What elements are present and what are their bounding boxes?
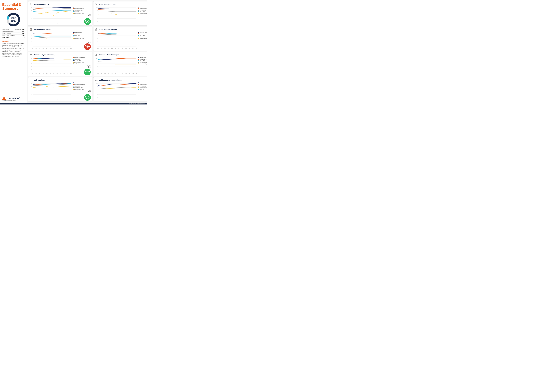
chart-card-daily-backups: Daily Backups 020406080100JanFebMarAprMa…: [28, 77, 92, 102]
svg-text:Sep: Sep: [125, 48, 127, 49]
legend-dot: [73, 35, 74, 36]
svg-text:Mar: Mar: [104, 23, 106, 23]
chart-card-restrict-admin-privileges: Restrict Admin Privileges 020406080100Ja…: [93, 52, 147, 76]
svg-text:Feb: Feb: [35, 23, 37, 23]
score-badge: 94% NC: [84, 69, 91, 75]
chart-card-application-control: Application Control 020406080100JanFebMa…: [28, 1, 92, 26]
svg-text:Dec: Dec: [136, 73, 137, 74]
svg-text:Aug: Aug: [56, 73, 58, 74]
svg-text:Nov: Nov: [132, 73, 134, 74]
legend-dot: [73, 89, 74, 90]
legend-label: Workstations 70%: [140, 9, 147, 11]
score-pct: 95%: [85, 96, 90, 98]
legend-label: Internet Facing 55%: [140, 63, 147, 64]
score-pct: 81%: [85, 20, 90, 22]
score-label: CurrentMonthScore:: [138, 65, 147, 68]
chart-legend: Protected 93% Internal Servers 98% Cloud…: [138, 57, 147, 64]
svg-text:80: 80: [31, 61, 32, 62]
svg-text:20: 20: [97, 18, 97, 19]
score-block: CurrentMonthScore: 81% ▲ 2%: [73, 14, 91, 25]
shield-icon: [30, 3, 33, 6]
svg-text:Jan: Jan: [97, 73, 98, 74]
svg-text:May: May: [111, 73, 113, 74]
svg-text:Jan: Jan: [32, 98, 33, 99]
legend-label: Internal Servers 100%: [74, 84, 85, 85]
sidebar-title: Essential 8 Summary: [2, 3, 24, 11]
legend-dot: [138, 89, 139, 90]
svg-text:Aug: Aug: [56, 98, 58, 99]
legend-label: Protected 99%: [74, 60, 81, 61]
svg-text:Feb: Feb: [35, 73, 37, 74]
legend-label: Protected 95%: [140, 6, 146, 7]
meta-row: Maturity level3: [2, 36, 24, 38]
svg-text:Aug: Aug: [56, 48, 58, 49]
svg-text:May: May: [46, 98, 48, 99]
comments-title: Comments: [2, 41, 24, 42]
legend-dot: [138, 83, 139, 83]
svg-text:100: 100: [31, 33, 32, 33]
svg-text:Oct: Oct: [63, 48, 65, 49]
svg-text:0: 0: [32, 21, 32, 22]
chart-area: 020406080100JanFebMarAprMayJunJulAugSepO…: [95, 6, 137, 25]
legend-dot: [73, 86, 74, 86]
svg-text:Aug: Aug: [56, 23, 58, 23]
svg-text:Jun: Jun: [115, 98, 116, 99]
legend-dot: [73, 8, 74, 9]
legend-item: Protected 99%: [73, 60, 91, 61]
legend-item: Workstations 80%: [138, 62, 147, 63]
svg-text:Feb: Feb: [101, 48, 102, 49]
score-label: CurrentMonthScore:: [73, 14, 91, 18]
card-header: Multi-Factored Authentication: [95, 78, 147, 82]
meta-row: Total monthly incidents325: [2, 35, 24, 36]
chart-legend: Internal Servers 100% Cloud 100% Protect…: [73, 57, 91, 64]
chart-area: 020406080100JanFebMarAprMayJunJulAugSepO…: [95, 57, 137, 75]
huntsman-triangle-icon: [2, 97, 6, 100]
svg-text:Mar: Mar: [39, 73, 41, 74]
svg-text:100: 100: [31, 58, 32, 59]
svg-text:40: 40: [97, 91, 97, 92]
svg-text:Sep: Sep: [125, 73, 127, 74]
svg-point-138: [96, 54, 97, 55]
legend-item: Workstations 95%: [73, 87, 91, 88]
score-badge: 95% ▲ 2%: [84, 94, 91, 101]
legend-item: Internal Servers 98%: [73, 33, 91, 35]
card-title: Operating System Patching: [34, 54, 55, 56]
chart-legend: Protected 100% Internal Servers 100% Clo…: [73, 82, 91, 90]
score-label: CurrentMonthScore:: [138, 39, 147, 43]
chart-area: 020406080100JanFebMarAprMayJunJulAugSepO…: [95, 32, 137, 50]
chart-card-application-patching: Application Patching 020406080100JanFebM…: [93, 1, 147, 26]
legend-item: Internal Servers 100%: [73, 57, 91, 58]
legend-item: Protected 93%: [138, 57, 147, 58]
legend-label: Protected 100%: [140, 32, 147, 33]
svg-text:Sep: Sep: [60, 23, 62, 23]
card-title: Application Control: [34, 3, 49, 5]
chart-area: 020406080100JanFebMarAprMayJunJulAugSepO…: [30, 32, 72, 50]
chart-side: Protected 100% Internal Servers 98% Clou…: [73, 32, 91, 50]
legend-dot: [73, 84, 74, 85]
meta-row: Users monitored3576: [2, 33, 24, 35]
overall-score-donut: OVERALLSCORE 80%: [2, 12, 24, 27]
legend-dot: [73, 36, 74, 37]
svg-text:May: May: [46, 48, 48, 49]
legend-item: Internal Servers 96%: [138, 84, 147, 85]
card-body: 020406080100JanFebMarAprMayJunJulAugSepO…: [95, 57, 147, 75]
svg-text:80: 80: [97, 10, 97, 11]
svg-text:40: 40: [31, 15, 32, 16]
svg-text:20: 20: [97, 44, 97, 44]
svg-text:40: 40: [97, 41, 97, 42]
card-header: Daily Backups: [30, 78, 91, 82]
svg-text:Nov: Nov: [67, 23, 69, 23]
legend-dot: [73, 60, 74, 61]
legend-dot: [138, 11, 139, 12]
svg-text:Oct: Oct: [129, 98, 130, 99]
legend-item: Protected 100%: [138, 82, 147, 84]
legend-item: Internet Facing 50%: [138, 38, 147, 39]
legend-label: Workstations 91%: [140, 36, 147, 38]
legend-label: Protected 100%: [74, 6, 82, 7]
svg-text:Sep: Sep: [125, 23, 127, 23]
legend-label: Cloud 100%: [74, 85, 80, 87]
svg-text:Jan: Jan: [97, 48, 98, 49]
score-change: ▼ 2%: [86, 47, 89, 49]
score-block: CurrentMonthScore: 95% ▲ 2%: [73, 90, 91, 101]
svg-text:Apr: Apr: [42, 23, 44, 23]
